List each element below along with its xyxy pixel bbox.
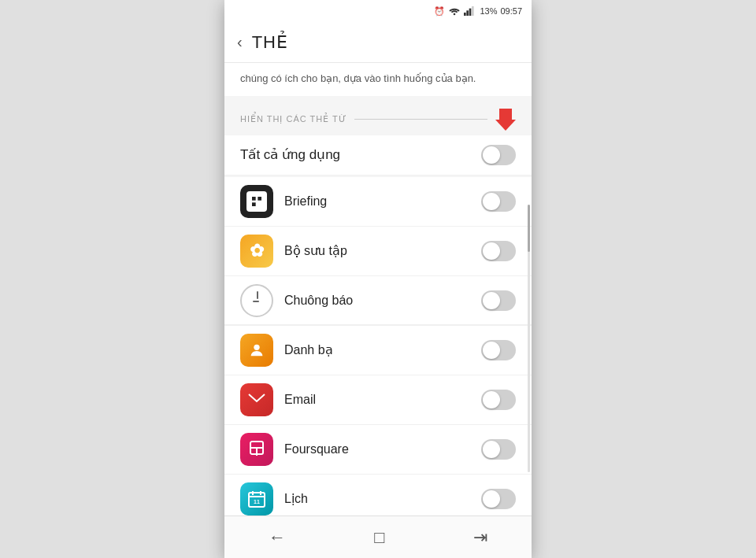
contacts-toggle[interactable]	[481, 340, 516, 360]
app-name: Danh bạ	[284, 342, 481, 357]
status-icons: ⏰ 13% 09:57	[434, 6, 522, 17]
svg-text:11: 11	[254, 499, 260, 504]
email-toggle[interactable]	[481, 390, 516, 410]
briefing-toggle[interactable]	[481, 191, 516, 212]
app-name: Foursquare	[284, 442, 481, 456]
app-name: Email	[284, 393, 481, 407]
alarm-toggle[interactable]	[481, 290, 516, 311]
battery-text: 13%	[480, 6, 497, 16]
arrow-down-icon	[495, 109, 516, 131]
list-item: Chuông báo	[224, 276, 532, 326]
list-item: Briefing	[224, 177, 532, 227]
bottom-nav: ← □ ⇥	[224, 516, 532, 558]
list-item: 11 Lịch	[224, 475, 532, 516]
svg-rect-5	[252, 197, 256, 201]
all-apps-row: Tất cả ứng dụng	[224, 135, 532, 176]
foursquare-icon	[240, 433, 273, 466]
all-apps-toggle[interactable]	[481, 145, 516, 165]
home-nav-button[interactable]: □	[358, 521, 400, 554]
svg-rect-1	[464, 13, 466, 16]
list-item: ✿ Bộ sưu tập	[224, 227, 532, 276]
foursquare-toggle[interactable]	[481, 439, 516, 460]
app-name: Briefing	[284, 194, 481, 209]
header: ‹ THẺ	[224, 22, 532, 63]
calendar-toggle[interactable]	[481, 489, 516, 509]
content-area: chúng có ích cho bạn, dựa vào tình huống…	[224, 63, 532, 516]
signal-icon	[464, 6, 476, 16]
calendar-icon: 11	[240, 482, 273, 516]
clock-icon	[240, 284, 273, 317]
list-item: Danh bạ	[224, 326, 532, 375]
all-apps-label: Tất cả ứng dụng	[240, 146, 481, 163]
email-icon	[240, 383, 273, 416]
list-item: Email	[224, 375, 532, 425]
list-item: Foursquare	[224, 425, 532, 475]
app-list: Briefing ✿ Bộ sưu tập Chuông báo	[224, 177, 532, 516]
section-header: HIỂN THỊ CÁC THẺ TỪ	[224, 102, 532, 135]
app-name: Chuông báo	[284, 294, 481, 308]
back-nav-button[interactable]: ←	[253, 521, 302, 554]
scrollbar-thumb	[528, 205, 530, 252]
svg-rect-7	[252, 202, 256, 206]
alarm-icon: ⏰	[434, 6, 445, 17]
description-text: chúng có ích cho bạn, dựa vào tình huống…	[224, 63, 532, 96]
svg-rect-2	[467, 10, 469, 16]
collection-toggle[interactable]	[481, 241, 516, 261]
contacts-icon	[240, 334, 273, 367]
svg-point-0	[454, 13, 456, 16]
app-name: Bộ sưu tập	[284, 243, 481, 258]
svg-rect-3	[469, 9, 472, 16]
svg-rect-4	[472, 6, 474, 16]
wifi-icon	[448, 6, 461, 16]
svg-rect-6	[258, 197, 261, 201]
briefing-icon	[240, 185, 273, 218]
recent-nav-button[interactable]: ⇥	[458, 521, 503, 554]
svg-point-9	[254, 344, 259, 349]
section-label-text: HIỂN THỊ CÁC THẺ TỪ	[240, 114, 346, 124]
scrollbar-track[interactable]	[528, 205, 530, 472]
phone-frame: ⏰ 13% 09:57 ‹ THẺ chúng có ích cho bạn, …	[224, 0, 532, 558]
page-title: THẺ	[252, 32, 288, 53]
app-name: Lịch	[284, 491, 481, 506]
status-bar: ⏰ 13% 09:57	[224, 0, 532, 22]
back-button[interactable]: ‹	[237, 33, 243, 51]
time-display: 09:57	[500, 6, 522, 16]
collection-icon: ✿	[240, 235, 273, 268]
section-divider	[354, 119, 487, 120]
svg-rect-8	[258, 202, 261, 206]
